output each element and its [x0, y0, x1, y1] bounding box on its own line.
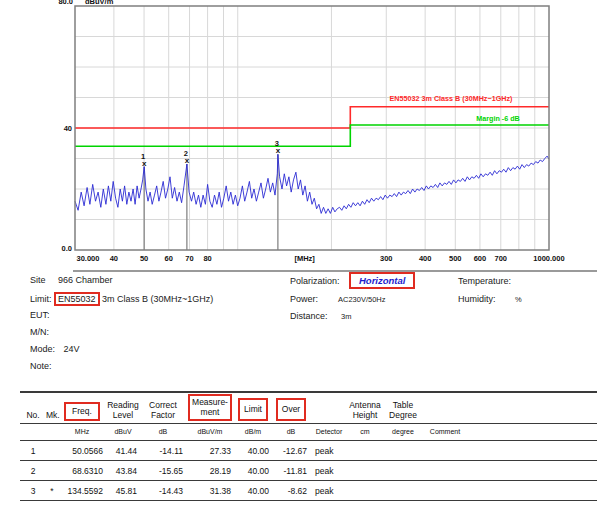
eut-label: EUT:	[30, 310, 50, 320]
header-table-degree: TableDegree	[382, 392, 424, 424]
header-filler	[466, 392, 597, 424]
x-tick-label: 600	[474, 254, 487, 263]
header-antenna-height: AntennaHeight	[348, 392, 382, 424]
cell-limit: 40.00	[234, 441, 272, 461]
measurement-results-table: No. Mk. Freq. ReadingLevel CorrectFactor…	[20, 391, 597, 501]
header-over: Over	[272, 392, 310, 424]
polarization-label: Polarization:	[290, 276, 340, 286]
temperature-label: Temperature:	[458, 276, 511, 286]
cell-comment	[424, 441, 466, 461]
x-tick-label: 700	[495, 254, 508, 263]
unit-limit: dB/m	[234, 424, 272, 441]
header-correct-factor: CorrectFactor	[140, 392, 186, 424]
unit-no	[20, 424, 46, 441]
marker-number-2: 2	[184, 149, 188, 158]
limit-standard: EN55032	[58, 294, 96, 304]
cell-reading: 45.81	[106, 481, 140, 501]
cell-no: 1	[20, 441, 46, 461]
limit-label: Limit:	[30, 294, 52, 304]
site-row: Site 966 Chamber	[30, 275, 113, 285]
cell-correct: -15.65	[140, 461, 186, 481]
polarization-value-highlight: Horizontal	[349, 272, 415, 289]
distance-value: 3m	[341, 312, 351, 321]
unit-table: degree	[382, 424, 424, 441]
marker-number-3: 3	[275, 139, 279, 148]
mn-label: M/N:	[30, 327, 49, 337]
emi-test-report-page: EN55032 3m Class B (30MHz~1GHz)Margin -6…	[0, 0, 600, 505]
cell-table	[382, 481, 424, 501]
table-row-1: 1 50.0566 41.44 -14.11 27.33 40.00 -12.6…	[20, 441, 597, 461]
over-header-highlight: Over	[276, 398, 306, 421]
cell-no: 2	[20, 461, 46, 481]
cell-detector: peak	[310, 441, 348, 461]
unit-mk	[46, 424, 58, 441]
cell-measurement: 31.38	[186, 481, 234, 501]
cell-correct: -14.11	[140, 441, 186, 461]
limit-header-highlight: Limit	[238, 398, 268, 421]
x-tick-label: 300	[380, 254, 393, 263]
cell-reading: 43.84	[106, 461, 140, 481]
cell-limit: 40.00	[234, 461, 272, 481]
y-axis-unit-label: dBuV/m	[85, 0, 114, 6]
x-tick-label: 40	[110, 254, 118, 263]
cell-freq: 134.5592	[58, 481, 106, 501]
x-tick-label: 400	[419, 254, 432, 263]
site-label: Site	[30, 275, 46, 285]
unit-measurement: dBuV/m	[186, 424, 234, 441]
cell-comment	[424, 461, 466, 481]
x-tick-label: 60	[165, 254, 173, 263]
cell-antenna	[348, 461, 382, 481]
x-tick-label: 1000.000	[533, 254, 564, 263]
cell-detector: peak	[310, 461, 348, 481]
unit-reading: dBuV	[106, 424, 140, 441]
humidity-unit: %	[515, 295, 522, 304]
unit-antenna: cm	[348, 424, 382, 441]
power-value: AC230V/50Hz	[338, 295, 386, 304]
freq-header-highlight: Freq.	[64, 402, 100, 421]
x-tick-label: [MHz]	[294, 254, 315, 263]
header-comment-spacer	[424, 392, 466, 424]
unit-correct: dB	[140, 424, 186, 441]
site-value: 966 Chamber	[58, 275, 113, 285]
section-divider	[73, 270, 597, 272]
limit-row: Limit: EN55032 3m Class B (30MHz~1GHz)	[30, 292, 213, 306]
table-header-row: No. Mk. Freq. ReadingLevel CorrectFactor…	[20, 392, 597, 424]
distance-label: Distance:	[290, 311, 328, 321]
cell-mk	[46, 441, 58, 461]
x-tick-label: 500	[449, 254, 462, 263]
header-limit: Limit	[234, 392, 272, 424]
table-units-row: MHz dBuV dB dBuV/m dB/m dB Detector cm d…	[20, 424, 597, 441]
cell-detector: peak	[310, 481, 348, 501]
x-tick-label: 80	[203, 254, 211, 263]
cell-over: -8.62	[272, 481, 310, 501]
eut-row: EUT:	[30, 310, 50, 320]
note-label: Note:	[30, 361, 52, 371]
cell-comment	[424, 481, 466, 501]
cell-measurement: 27.33	[186, 441, 234, 461]
power-label: Power:	[290, 294, 318, 304]
y-tick-label-0: 0.0	[62, 244, 72, 253]
note-row: Note:	[30, 361, 52, 371]
cell-filler	[466, 461, 597, 481]
limit-standard-highlight: EN55032	[54, 292, 100, 306]
polarization-value: Horizontal	[349, 272, 415, 289]
y-tick-label-40: 40	[64, 124, 72, 133]
marker-number-1: 1	[141, 152, 145, 161]
humidity-label: Humidity:	[458, 294, 496, 304]
mode-label: Mode:	[30, 344, 55, 354]
emission-spectrum-chart: EN55032 3m Class B (30MHz~1GHz)Margin -6…	[0, 0, 600, 266]
measurement-header-highlight: Measure-ment	[188, 394, 232, 421]
cell-no: 3	[20, 481, 46, 501]
y-axis-top-label: 80.0	[58, 0, 73, 6]
cell-limit: 40.00	[234, 481, 272, 501]
header-freq: Freq.	[58, 392, 106, 424]
cell-over: -12.67	[272, 441, 310, 461]
limit-description: 3m Class B (30MHz~1GHz)	[102, 294, 213, 304]
cell-filler	[466, 481, 597, 501]
table-row-2: 2 68.6310 43.84 -15.65 28.19 40.00 -11.8…	[20, 461, 597, 481]
header-mk: Mk.	[46, 392, 58, 424]
cell-reading: 41.44	[106, 441, 140, 461]
cell-freq: 50.0566	[58, 441, 106, 461]
header-no: No.	[20, 392, 46, 424]
cell-mk	[46, 461, 58, 481]
